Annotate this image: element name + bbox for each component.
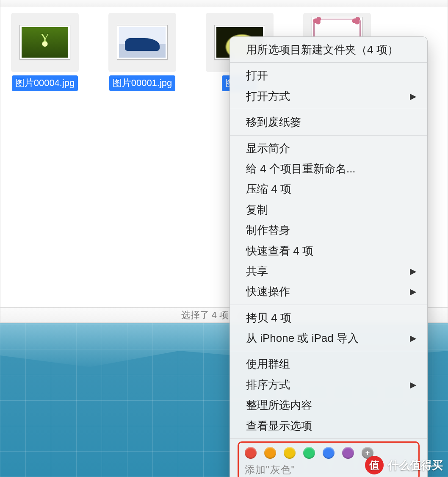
tag-red[interactable] <box>245 447 257 459</box>
file-name-label[interactable]: 图片00004.jpg <box>12 75 78 91</box>
menu-open-with[interactable]: 打开方式▶ <box>230 86 427 106</box>
tag-green[interactable] <box>303 447 315 459</box>
thumbnail <box>108 13 176 72</box>
menu-rename[interactable]: 给 4 个项目重新命名... <box>230 158 427 179</box>
chevron-right-icon: ▶ <box>410 90 416 102</box>
menu-make-alias[interactable]: 制作替身 <box>230 220 427 240</box>
tag-blue[interactable] <box>323 447 335 459</box>
watermark-text: 什么值得买 <box>388 458 443 473</box>
thumbnail <box>11 13 79 72</box>
file-item[interactable]: 图片00004.jpg <box>9 13 81 91</box>
tag-orange[interactable] <box>264 447 276 459</box>
chevron-right-icon: ▶ <box>410 286 416 297</box>
watermark: 值 什么值得买 <box>365 456 443 474</box>
menu-separator <box>230 438 427 439</box>
menu-clean-up-selection[interactable]: 整理所选内容 <box>230 395 427 415</box>
tag-yellow[interactable] <box>284 447 296 459</box>
watermark-badge-icon: 值 <box>365 456 384 474</box>
menu-separator <box>230 351 427 351</box>
menu-quick-look[interactable]: 快速查看 4 项 <box>230 241 427 261</box>
menu-duplicate[interactable]: 复制 <box>230 200 427 220</box>
menu-share[interactable]: 共享▶ <box>230 261 427 281</box>
menu-compress[interactable]: 压缩 4 项 <box>230 179 427 199</box>
menu-new-folder-with-selection[interactable]: 用所选项目新建文件夹（4 项） <box>230 39 427 60</box>
tag-purple[interactable] <box>342 447 354 459</box>
menu-copy[interactable]: 拷贝 4 项 <box>230 308 427 328</box>
menu-sort-by[interactable]: 排序方式▶ <box>230 374 427 395</box>
menu-import-from-device[interactable]: 从 iPhone 或 iPad 导入▶ <box>230 328 427 348</box>
menu-use-groups[interactable]: 使用群组 <box>230 354 427 374</box>
menu-separator <box>230 305 427 305</box>
menu-get-info[interactable]: 显示简介 <box>230 138 427 158</box>
chevron-right-icon: ▶ <box>410 379 416 391</box>
menu-move-to-trash[interactable]: 移到废纸篓 <box>230 112 427 132</box>
context-menu: 用所选项目新建文件夹（4 项） 打开 打开方式▶ 移到废纸篓 显示简介 给 4 … <box>230 36 428 477</box>
menu-separator <box>230 62 427 63</box>
file-item[interactable]: 图片00001.jpg <box>106 13 178 91</box>
chevron-right-icon: ▶ <box>410 332 416 344</box>
chevron-right-icon: ▶ <box>410 265 416 277</box>
menu-quick-actions[interactable]: 快速操作▶ <box>230 281 427 302</box>
menu-separator <box>230 109 427 109</box>
file-name-label[interactable]: 图片00001.jpg <box>109 75 176 91</box>
menu-open[interactable]: 打开 <box>230 65 427 86</box>
menu-separator <box>230 135 427 136</box>
menu-show-view-options[interactable]: 查看显示选项 <box>230 416 427 436</box>
